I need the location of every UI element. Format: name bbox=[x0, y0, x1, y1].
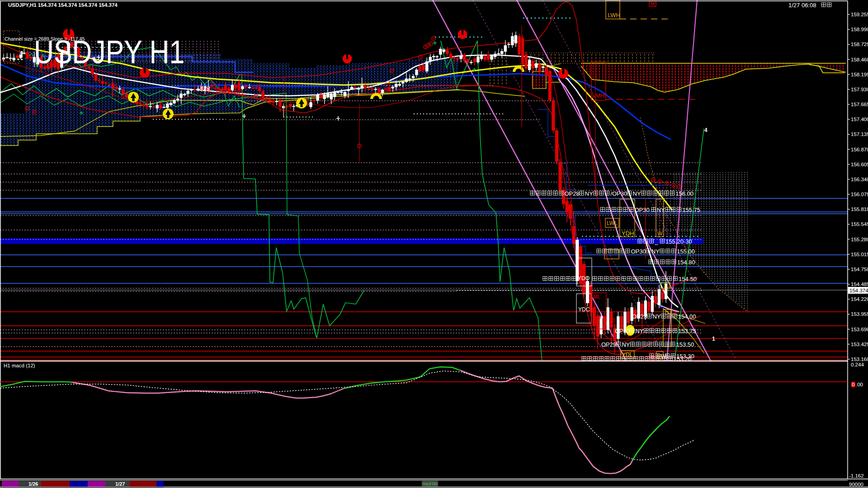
svg-text:1: 1 bbox=[712, 336, 715, 342]
svg-text:USDJPY H1: USDJPY H1 bbox=[34, 34, 184, 70]
svg-text:4: 4 bbox=[704, 127, 708, 133]
svg-text:NY: NY bbox=[652, 313, 660, 320]
svg-text:155.545: 155.545 bbox=[851, 221, 868, 227]
svg-text:YDH: YDH bbox=[622, 230, 634, 237]
svg-text:156.870: 156.870 bbox=[851, 147, 868, 152]
svg-text:154.50: 154.50 bbox=[679, 276, 697, 282]
svg-text:155.75: 155.75 bbox=[682, 206, 700, 213]
svg-text:LWH: LWH bbox=[608, 12, 620, 19]
svg-text:158.725: 158.725 bbox=[851, 42, 868, 47]
svg-text:154.80: 154.80 bbox=[677, 259, 695, 266]
svg-text:YDL: YDL bbox=[622, 352, 633, 358]
svg-text:0: 0 bbox=[852, 382, 854, 387]
svg-text:153.690: 153.690 bbox=[851, 327, 868, 332]
svg-text:OP28: OP28 bbox=[564, 190, 579, 197]
svg-text:155.20-30: 155.20-30 bbox=[665, 238, 692, 245]
svg-text:-1.162: -1.162 bbox=[849, 473, 864, 479]
svg-text:YDC: YDC bbox=[578, 306, 590, 313]
svg-text:155.280: 155.280 bbox=[851, 237, 868, 242]
svg-text:156.075: 156.075 bbox=[851, 192, 868, 197]
svg-text:OP28: OP28 bbox=[632, 313, 647, 320]
svg-text:153.955: 153.955 bbox=[851, 311, 868, 317]
svg-text:LWL: LWL bbox=[607, 220, 618, 226]
svg-text:159.255: 159.255 bbox=[851, 12, 868, 17]
svg-text:157.135: 157.135 bbox=[851, 131, 868, 137]
svg-text:158.990: 158.990 bbox=[851, 27, 868, 32]
svg-text:154.374: 154.374 bbox=[849, 288, 868, 293]
svg-text:.!: .! bbox=[16, 48, 24, 63]
svg-text:156.340: 156.340 bbox=[851, 177, 868, 182]
svg-text:156.605: 156.605 bbox=[851, 162, 868, 167]
svg-text:155.810: 155.810 bbox=[851, 206, 868, 212]
svg-text:155.00: 155.00 bbox=[677, 248, 695, 255]
svg-text:157.930: 157.930 bbox=[851, 87, 868, 92]
svg-text:1/26: 1/26 bbox=[28, 481, 38, 487]
svg-text:157.400: 157.400 bbox=[851, 117, 868, 122]
svg-text:NY: NY bbox=[657, 206, 665, 213]
svg-text:156.00: 156.00 bbox=[675, 190, 693, 197]
svg-text:154.220: 154.220 bbox=[851, 296, 868, 302]
svg-text:M: M bbox=[651, 1, 655, 6]
svg-text:0.244: 0.244 bbox=[851, 362, 864, 367]
svg-text:macd ON: macd ON bbox=[423, 482, 437, 486]
svg-text:90000: 90000 bbox=[849, 482, 863, 487]
svg-text:158.195: 158.195 bbox=[851, 72, 868, 77]
svg-text:NY: NY bbox=[651, 248, 660, 255]
svg-text:ML: ML bbox=[593, 294, 601, 300]
svg-text:1/27 06:08: 1/27 06:08 bbox=[788, 2, 816, 9]
svg-text:154.00: 154.00 bbox=[678, 313, 696, 320]
svg-text:USDJPY,H1 154.374 154.374 154: USDJPY,H1 154.374 154.374 154.374 154.37… bbox=[8, 2, 118, 8]
svg-text:W: W bbox=[658, 353, 663, 358]
svg-text:154.485: 154.485 bbox=[851, 282, 868, 287]
svg-text:157.665: 157.665 bbox=[851, 102, 868, 107]
svg-text:153.75: 153.75 bbox=[678, 328, 696, 334]
svg-text:H1 macd (12): H1 macd (12) bbox=[4, 363, 35, 368]
svg-text:153.50: 153.50 bbox=[676, 341, 694, 348]
svg-text:OP30: OP30 bbox=[631, 248, 646, 255]
svg-text:153.425: 153.425 bbox=[851, 342, 868, 347]
svg-text:155.015: 155.015 bbox=[851, 252, 868, 257]
svg-text:OP29: OP29 bbox=[601, 341, 616, 348]
svg-text:NY: NY bbox=[585, 190, 593, 197]
svg-text:154.750: 154.750 bbox=[851, 267, 868, 272]
svg-text:NY: NY bbox=[633, 190, 641, 197]
svg-text:NY: NY bbox=[635, 328, 643, 334]
svg-text:_: _ bbox=[654, 238, 658, 245]
svg-text:W: W bbox=[657, 230, 663, 237]
svg-text:OP30: OP30 bbox=[615, 328, 630, 334]
svg-text:/OP30: /OP30 bbox=[610, 190, 627, 197]
svg-text:D: D bbox=[664, 282, 668, 288]
svg-text:1/27: 1/27 bbox=[115, 481, 125, 487]
svg-text:LMH: LMH bbox=[592, 92, 604, 99]
svg-text:.00: .00 bbox=[856, 382, 863, 387]
svg-text:YDO: YDO bbox=[578, 275, 590, 282]
svg-text:153.160: 153.160 bbox=[851, 357, 868, 362]
svg-text:NY: NY bbox=[622, 341, 630, 348]
svg-text:158.460: 158.460 bbox=[851, 57, 868, 62]
svg-text:OP30: OP30 bbox=[634, 206, 649, 213]
